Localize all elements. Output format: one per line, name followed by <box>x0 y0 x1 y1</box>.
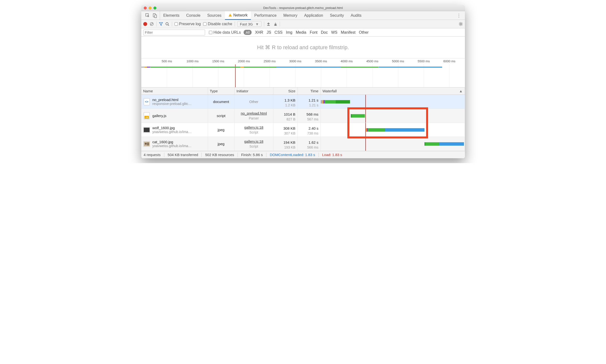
timeline-tick: 2500 ms <box>263 59 276 63</box>
svg-rect-3 <box>230 14 230 15</box>
download-har-icon[interactable] <box>274 22 277 26</box>
status-bar: 4 requests 504 KB transferred 502 KB res… <box>141 151 465 158</box>
request-type: script <box>217 114 225 118</box>
inspect-element-icon[interactable] <box>145 13 150 18</box>
initiator-link[interactable]: no_preload.html <box>241 111 267 115</box>
filter-toggle-icon[interactable] <box>159 22 163 26</box>
filter-type-js[interactable]: JS <box>267 30 271 35</box>
time-latency: 566 ms <box>307 145 318 149</box>
file-icon: <> <box>143 98 150 106</box>
timeline-tick: 2000 ms <box>238 59 250 63</box>
request-type: jpeg <box>218 142 224 146</box>
time-latency: 567 ms <box>307 117 318 121</box>
request-row[interactable]: <>no_preload.htmlresponsive-preload.glit… <box>141 95 465 109</box>
tab-audits[interactable]: Audits <box>347 11 365 20</box>
svg-line-18 <box>459 25 460 26</box>
clear-button[interactable] <box>150 22 154 26</box>
timeline-tick: 500 ms <box>161 59 173 63</box>
svg-point-29 <box>145 143 146 144</box>
filter-type-manifest[interactable]: Manifest <box>341 30 355 35</box>
filter-type-other[interactable]: Other <box>359 30 369 35</box>
size-transfer: 1014 B <box>284 112 295 116</box>
tab-application[interactable]: Application <box>301 11 327 20</box>
filter-type-all[interactable]: All <box>244 30 252 35</box>
timeline-tick: 6000 ms <box>443 59 455 63</box>
size-resource: 193 KB <box>284 145 295 149</box>
upload-har-icon[interactable] <box>267 22 270 26</box>
svg-rect-26 <box>144 128 149 132</box>
status-transferred: 504 KB transferred <box>168 153 198 157</box>
time-total: 2.40 s <box>309 126 318 130</box>
filter-type-img[interactable]: Img <box>286 30 292 35</box>
devtools-window: DevTools - responsive-preload.glitch.me/… <box>141 5 465 158</box>
col-size[interactable]: Size <box>288 89 295 93</box>
preserve-log-checkbox[interactable]: Preserve log <box>174 22 201 26</box>
throttling-select[interactable]: Fast 3G▼ <box>237 21 262 27</box>
hide-data-urls-checkbox[interactable]: Hide data URLs <box>209 30 241 35</box>
filter-type-css[interactable]: CSS <box>275 30 283 35</box>
filter-type-xhr[interactable]: XHR <box>255 30 263 35</box>
timeline-tick: 4000 ms <box>341 59 353 63</box>
tab-sources[interactable]: Sources <box>204 11 225 20</box>
sort-arrow-icon: ▲ <box>459 89 463 93</box>
request-row[interactable]: wolf_1600.jpgyoavweiss.github.io/ima…jpe… <box>141 123 465 137</box>
more-options-icon[interactable]: ⋮ <box>454 13 463 18</box>
tab-security[interactable]: Security <box>327 11 347 20</box>
initiator-link[interactable]: gallery.js:18 <box>244 139 263 143</box>
overview-bar <box>379 67 442 68</box>
col-waterfall[interactable]: Waterfall <box>323 89 337 93</box>
tab-elements[interactable]: Elements <box>160 11 183 20</box>
col-type[interactable]: Type <box>210 89 218 93</box>
time-total: 1.62 s <box>309 140 318 144</box>
initiator-link[interactable]: gallery.js:18 <box>244 125 263 130</box>
disable-cache-checkbox[interactable]: Disable cache <box>203 22 232 26</box>
toggle-device-icon[interactable] <box>152 13 157 18</box>
filter-type-doc[interactable]: Doc <box>321 30 328 35</box>
filter-input[interactable] <box>143 30 205 35</box>
waterfall-bar <box>336 100 350 104</box>
size-transfer: 194 KB <box>283 140 295 144</box>
tab-network[interactable]: Network <box>225 11 251 20</box>
overview-bar <box>203 67 240 68</box>
size-resource: 827 B <box>287 117 295 121</box>
file-icon <box>143 126 150 134</box>
status-finish: Finish: 5.86 s <box>241 153 263 157</box>
request-row[interactable]: cat_1600.jpgyoavweiss.github.io/ima…jpeg… <box>141 137 465 151</box>
timeline-tick: 4500 ms <box>366 59 378 63</box>
timeline-tick: 1000 ms <box>186 59 198 63</box>
filter-type-ws[interactable]: WS <box>331 30 337 35</box>
timeline-overview[interactable]: 500 ms1000 ms1500 ms2000 ms2500 ms3000 m… <box>141 58 465 88</box>
table-header[interactable]: Name Type Initiator Size Time Waterfall▲ <box>141 88 465 95</box>
panel-tabs-row: ElementsConsoleSourcesNetworkPerformance… <box>141 11 465 20</box>
initiator-text: Other <box>249 100 258 104</box>
waterfall-bar <box>368 128 385 131</box>
file-icon: JS <box>143 112 150 120</box>
filter-type-media[interactable]: Media <box>296 30 306 35</box>
request-name: wolf_1600.jpg <box>152 126 192 130</box>
svg-text:<>: <> <box>145 100 148 104</box>
timeline-tick: 3500 ms <box>315 59 327 63</box>
tab-memory[interactable]: Memory <box>280 11 301 20</box>
time-total: 568 ms <box>306 112 318 116</box>
size-resource: 1.2 KB <box>285 103 295 107</box>
tab-console[interactable]: Console <box>183 11 204 20</box>
timeline-tick: 1500 ms <box>212 59 224 63</box>
record-button[interactable] <box>143 22 147 26</box>
settings-icon[interactable] <box>459 22 463 26</box>
file-icon <box>143 140 150 148</box>
status-load: Load: 1.83 s <box>322 153 342 157</box>
search-icon[interactable] <box>165 22 170 26</box>
tab-performance[interactable]: Performance <box>251 11 280 20</box>
request-row[interactable]: JSgallery.jsscriptno_preload.htmlParser1… <box>141 109 465 123</box>
request-name: gallery.js <box>152 114 167 118</box>
col-time[interactable]: Time <box>311 89 318 93</box>
svg-rect-2 <box>155 15 157 18</box>
size-transfer: 308 KB <box>283 126 295 130</box>
overview-bar <box>147 67 150 68</box>
request-name: no_preload.html <box>152 98 192 102</box>
overview-bar <box>150 67 203 68</box>
filter-type-font[interactable]: Font <box>310 30 317 35</box>
col-initiator[interactable]: Initiator <box>237 89 249 93</box>
network-toolbar: Preserve log Disable cache Fast 3G▼ <box>141 20 465 28</box>
col-name[interactable]: Name <box>143 89 153 93</box>
